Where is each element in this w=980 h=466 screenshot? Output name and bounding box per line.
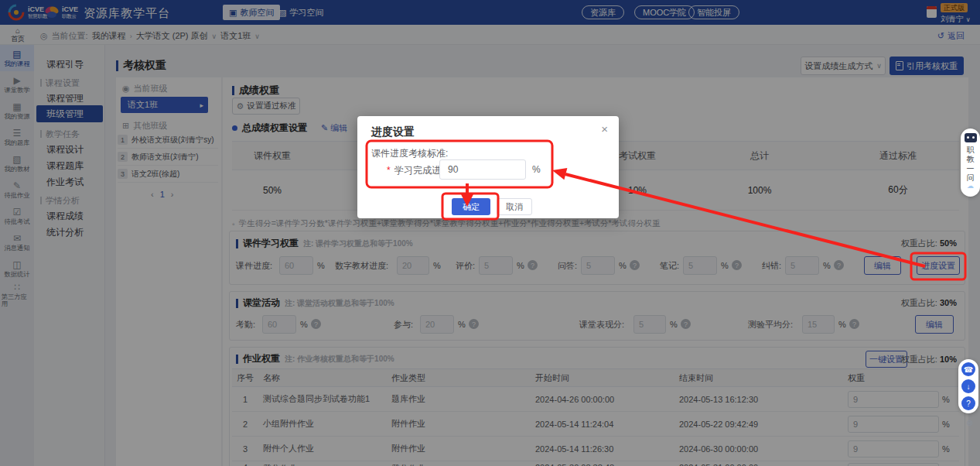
progress-settings-dialog: 进度设置 × 课件进度考核标准: * 学习完成进度: % 确定 取消 bbox=[357, 116, 619, 218]
confirm-button[interactable]: 确定 bbox=[452, 198, 490, 215]
close-icon[interactable]: × bbox=[601, 122, 608, 135]
qa-label: 职教一问 bbox=[966, 146, 975, 183]
percent-label: % bbox=[532, 164, 541, 175]
cancel-button[interactable]: 取消 bbox=[497, 198, 532, 215]
modal-backdrop bbox=[0, 0, 980, 466]
dialog-title: 进度设置 bbox=[371, 125, 415, 139]
completion-progress-input[interactable] bbox=[439, 159, 526, 180]
collapse-toolbar-icon[interactable]: ⊗ bbox=[966, 418, 973, 428]
help-circle-icon[interactable]: ? bbox=[961, 396, 975, 410]
customer-service-icon[interactable]: ☎ bbox=[961, 362, 975, 376]
dialog-body-label: 课件进度考核标准: bbox=[371, 147, 448, 160]
zhijiao-qa-widget[interactable]: 职教一问 ☁ bbox=[961, 128, 980, 197]
required-asterisk-icon: * bbox=[387, 165, 391, 176]
robot-icon bbox=[965, 133, 977, 142]
app-window: iCVE 智慧职教 iCVE 职教云 资源库教学平台 ▣ 教师空间 | ▨ 学习… bbox=[0, 0, 980, 466]
floating-toolbar: ☎ ↓ ? bbox=[958, 359, 978, 413]
download-icon[interactable]: ↓ bbox=[961, 379, 975, 393]
cloud-icon: ☁ bbox=[967, 183, 974, 189]
